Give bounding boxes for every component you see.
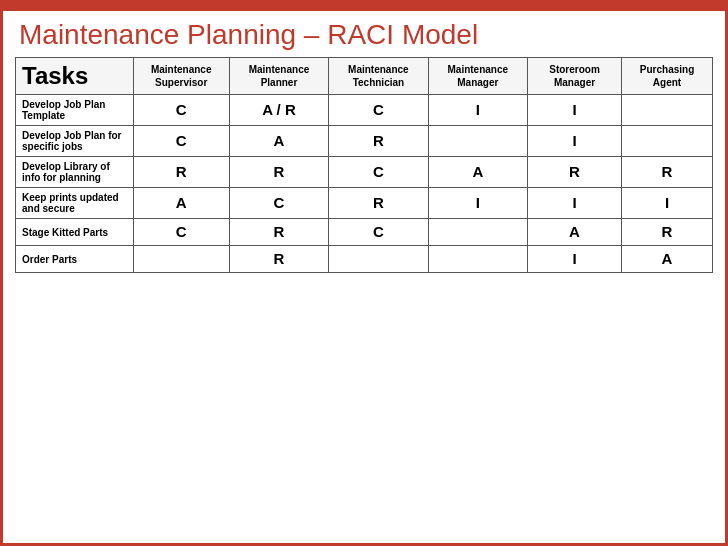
cell-0-0: C xyxy=(133,95,229,126)
cell-0-3: I xyxy=(428,95,527,126)
cell-value-5-1: R xyxy=(274,250,285,267)
col-header-2: Maintenance Technician xyxy=(329,58,428,95)
col-header-0: Maintenance Supervisor xyxy=(133,58,229,95)
top-bar xyxy=(3,3,725,11)
task-label-5: Order Parts xyxy=(16,246,134,273)
cell-1-5 xyxy=(622,126,713,157)
cell-3-3: I xyxy=(428,188,527,219)
cell-2-3: A xyxy=(428,157,527,188)
cell-value-3-0: A xyxy=(176,194,187,211)
table-body: Develop Job Plan TemplateCA / RCIIDevelo… xyxy=(16,95,713,273)
cell-value-0-4: I xyxy=(572,101,576,118)
cell-4-0: C xyxy=(133,219,229,246)
col-header-5-line1: Purchasing xyxy=(640,64,694,75)
cell-value-2-0: R xyxy=(176,163,187,180)
cell-5-0 xyxy=(133,246,229,273)
cell-5-2 xyxy=(329,246,428,273)
task-label-2: Develop Library of info for planning xyxy=(16,157,134,188)
cell-1-3 xyxy=(428,126,527,157)
table-row: Develop Library of info for planningRRCA… xyxy=(16,157,713,188)
cell-value-4-2: C xyxy=(373,223,384,240)
page-title: Maintenance Planning – RACI Model xyxy=(3,11,725,57)
task-label-1: Develop Job Plan for specific jobs xyxy=(16,126,134,157)
col-header-4: Storeroom Manager xyxy=(528,58,622,95)
cell-value-3-3: I xyxy=(476,194,480,211)
col-header-2-line1: Maintenance xyxy=(348,64,409,75)
cell-5-1: R xyxy=(229,246,328,273)
cell-4-1: R xyxy=(229,219,328,246)
table-row: Develop Job Plan TemplateCA / RCII xyxy=(16,95,713,126)
cell-3-5: I xyxy=(622,188,713,219)
cell-value-1-0: C xyxy=(176,132,187,149)
cell-value-5-5: A xyxy=(662,250,673,267)
cell-value-1-1: A xyxy=(274,132,285,149)
page: Maintenance Planning – RACI Model Tasks … xyxy=(0,0,728,546)
cell-0-5 xyxy=(622,95,713,126)
col-header-5: Purchasing Agent xyxy=(622,58,713,95)
cell-1-2: R xyxy=(329,126,428,157)
table-row: Keep prints updated and secureACRIII xyxy=(16,188,713,219)
cell-value-3-5: I xyxy=(665,194,669,211)
col-header-4-line2: Manager xyxy=(554,77,595,88)
header-row: Tasks Maintenance Supervisor Maintenance… xyxy=(16,58,713,95)
tasks-header: Tasks xyxy=(16,58,134,95)
cell-value-4-4: A xyxy=(569,223,580,240)
cell-value-4-5: R xyxy=(662,223,673,240)
cell-value-3-1: C xyxy=(274,194,285,211)
cell-value-2-5: R xyxy=(662,163,673,180)
cell-value-2-4: R xyxy=(569,163,580,180)
col-header-1: Maintenance Planner xyxy=(229,58,328,95)
cell-value-0-3: I xyxy=(476,101,480,118)
col-header-0-line1: Maintenance xyxy=(151,64,212,75)
col-header-1-line2: Planner xyxy=(261,77,298,88)
task-label-0: Develop Job Plan Template xyxy=(16,95,134,126)
cell-value-4-0: C xyxy=(176,223,187,240)
raci-table: Tasks Maintenance Supervisor Maintenance… xyxy=(15,57,713,273)
cell-value-2-3: A xyxy=(472,163,483,180)
cell-value-3-4: I xyxy=(572,194,576,211)
cell-3-0: A xyxy=(133,188,229,219)
cell-value-2-2: C xyxy=(373,163,384,180)
col-header-1-line1: Maintenance xyxy=(249,64,310,75)
cell-3-1: C xyxy=(229,188,328,219)
cell-value-0-2: C xyxy=(373,101,384,118)
col-header-5-line2: Agent xyxy=(653,77,681,88)
cell-value-0-0: C xyxy=(176,101,187,118)
cell-value-2-1: R xyxy=(274,163,285,180)
cell-4-4: A xyxy=(528,219,622,246)
cell-5-3 xyxy=(428,246,527,273)
col-header-3-line1: Maintenance xyxy=(448,64,509,75)
cell-2-1: R xyxy=(229,157,328,188)
cell-3-2: R xyxy=(329,188,428,219)
cell-4-2: C xyxy=(329,219,428,246)
table-row: Stage Kitted PartsCRCAR xyxy=(16,219,713,246)
cell-5-4: I xyxy=(528,246,622,273)
cell-0-1: A / R xyxy=(229,95,328,126)
col-header-0-line2: Supervisor xyxy=(155,77,207,88)
cell-1-4: I xyxy=(528,126,622,157)
table-wrapper: Tasks Maintenance Supervisor Maintenance… xyxy=(3,57,725,281)
cell-5-5: A xyxy=(622,246,713,273)
col-header-2-line2: Technician xyxy=(353,77,405,88)
cell-1-0: C xyxy=(133,126,229,157)
cell-value-1-2: R xyxy=(373,132,384,149)
cell-0-4: I xyxy=(528,95,622,126)
cell-value-5-4: I xyxy=(572,250,576,267)
cell-value-1-4: I xyxy=(572,132,576,149)
task-label-3: Keep prints updated and secure xyxy=(16,188,134,219)
cell-2-5: R xyxy=(622,157,713,188)
cell-0-2: C xyxy=(329,95,428,126)
cell-4-3 xyxy=(428,219,527,246)
cell-value-0-1: A / R xyxy=(262,101,296,118)
cell-3-4: I xyxy=(528,188,622,219)
cell-value-4-1: R xyxy=(274,223,285,240)
table-row: Order PartsRIA xyxy=(16,246,713,273)
cell-2-2: C xyxy=(329,157,428,188)
col-header-4-line1: Storeroom xyxy=(549,64,600,75)
cell-1-1: A xyxy=(229,126,328,157)
cell-2-4: R xyxy=(528,157,622,188)
cell-4-5: R xyxy=(622,219,713,246)
cell-2-0: R xyxy=(133,157,229,188)
col-header-3: Maintenance Manager xyxy=(428,58,527,95)
col-header-3-line2: Manager xyxy=(457,77,498,88)
